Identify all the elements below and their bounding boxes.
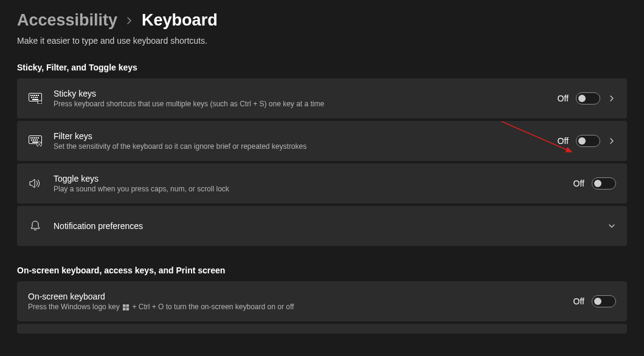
toggle-toggle-keys[interactable] [592,177,616,190]
setting-description: Set the sensitivity of the keyboard so i… [54,142,547,151]
chevron-right-icon [608,94,616,103]
svg-rect-25 [126,304,130,307]
svg-rect-1 [30,95,32,96]
page-subtitle: Make it easier to type and use keyboard … [17,36,627,46]
svg-rect-16 [36,137,37,139]
svg-rect-7 [33,97,34,98]
breadcrumb: Accessibility Keyboard [17,11,627,30]
svg-rect-8 [35,97,36,98]
toggle-filter-keys[interactable] [576,135,600,147]
toggle-sticky-keys[interactable] [576,92,600,104]
setting-row-onscreen-keyboard[interactable]: On-screen keyboard Press the Windows log… [17,281,627,321]
toggle-state-label: Off [573,179,584,188]
setting-description: Press the Windows logo key + Ctrl + O to… [28,303,563,311]
chevron-right-icon [126,17,133,24]
setting-title: On-screen keyboard [28,292,563,301]
svg-rect-10 [32,99,38,100]
svg-rect-5 [38,95,39,96]
svg-rect-13 [30,137,32,139]
setting-title: Sticky keys [54,89,547,98]
svg-rect-26 [123,307,126,310]
svg-rect-24 [123,304,126,307]
svg-rect-27 [126,307,130,310]
svg-rect-20 [35,140,36,141]
svg-rect-2 [32,95,33,96]
chevron-right-icon [608,137,616,145]
windows-logo-icon [123,304,129,310]
svg-rect-3 [34,95,35,96]
chevron-down-icon [608,222,616,230]
svg-rect-18 [31,140,32,141]
toggle-state-label: Off [573,296,584,306]
svg-rect-4 [36,95,37,96]
svg-rect-9 [36,97,38,98]
setting-row-sticky-keys[interactable]: Sticky keys Press keyboard shortcuts tha… [17,78,627,118]
setting-row-notification-preferences[interactable]: Notification preferences [17,206,627,246]
setting-row-filter-keys[interactable]: Filter keys Set the sensitivity of the k… [17,121,627,161]
svg-rect-17 [38,137,39,139]
setting-row-partial[interactable] [17,324,627,334]
breadcrumb-current: Keyboard [142,11,218,30]
svg-rect-21 [36,140,38,141]
setting-description: Press keyboard shortcuts that use multip… [54,100,547,108]
svg-rect-6 [31,97,32,98]
svg-rect-14 [32,137,33,139]
setting-description: Play a sound when you press caps, num, o… [54,185,563,193]
sticky-keys-icon [28,91,43,106]
filter-keys-icon [28,134,43,148]
toggle-onscreen-keyboard[interactable] [592,295,616,307]
sound-icon [28,176,43,191]
section-header-onscreen-keyboard: On-screen keyboard, access keys, and Pri… [17,265,627,275]
bell-icon [28,219,43,233]
setting-title: Notification preferences [54,221,597,231]
svg-rect-11 [38,101,42,104]
toggle-state-label: Off [558,94,569,103]
breadcrumb-parent[interactable]: Accessibility [17,11,117,30]
svg-rect-19 [33,140,34,141]
toggle-state-label: Off [558,136,569,146]
setting-row-toggle-keys[interactable]: Toggle keys Play a sound when you press … [17,163,627,204]
svg-rect-15 [34,137,35,139]
setting-title: Filter keys [54,131,547,141]
setting-title: Toggle keys [54,174,563,183]
section-header-sticky-filter-toggle: Sticky, Filter, and Toggle keys [17,63,627,72]
